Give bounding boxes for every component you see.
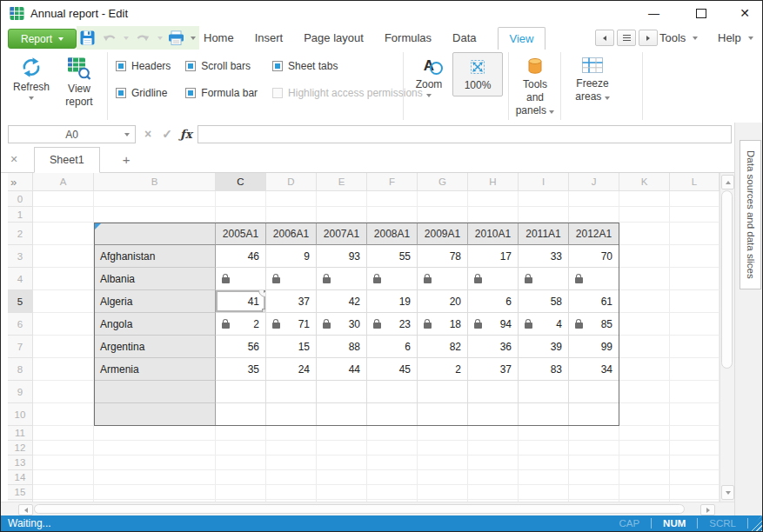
checkbox-icon[interactable] bbox=[116, 61, 126, 71]
table-empty-label-cell[interactable] bbox=[94, 381, 216, 403]
cell[interactable] bbox=[569, 441, 619, 456]
value-cell[interactable]: 46 bbox=[216, 245, 266, 268]
scroll-right-button[interactable] bbox=[700, 504, 715, 515]
cell[interactable] bbox=[619, 245, 670, 268]
cell[interactable] bbox=[619, 191, 670, 207]
scroll-tabs-right-button[interactable] bbox=[639, 30, 658, 46]
cell[interactable] bbox=[468, 485, 519, 500]
cell[interactable] bbox=[670, 290, 719, 313]
cell[interactable] bbox=[418, 456, 468, 470]
row-header-5[interactable]: 5 bbox=[8, 290, 33, 313]
cell[interactable] bbox=[33, 223, 94, 245]
cell[interactable] bbox=[619, 456, 670, 470]
cell[interactable] bbox=[33, 207, 94, 223]
column-header-f[interactable]: F bbox=[367, 173, 418, 191]
cell[interactable] bbox=[317, 470, 367, 485]
scroll-tabs-left-button[interactable] bbox=[595, 30, 614, 46]
cell-action-handle[interactable] bbox=[258, 290, 266, 297]
value-cell[interactable]: 2 bbox=[418, 358, 468, 381]
value-cell[interactable]: 34 bbox=[569, 358, 619, 381]
cell[interactable] bbox=[33, 426, 94, 441]
table-year-header[interactable]: 2012A1 bbox=[569, 223, 619, 245]
table-empty-cell[interactable] bbox=[569, 403, 619, 426]
table-year-header[interactable]: 2005A1 bbox=[216, 223, 266, 245]
cell[interactable] bbox=[670, 268, 719, 290]
tools-menu[interactable]: Tools bbox=[659, 26, 698, 50]
value-cell[interactable]: 37 bbox=[468, 358, 519, 381]
checkbox-highlight-access-permissions[interactable]: Highlight access permissions bbox=[272, 86, 423, 100]
cell[interactable] bbox=[317, 441, 367, 456]
cell[interactable] bbox=[569, 426, 619, 441]
value-cell[interactable] bbox=[266, 268, 317, 290]
resize-grip[interactable] bbox=[748, 515, 762, 531]
value-cell[interactable]: 23 bbox=[367, 313, 418, 336]
cell[interactable] bbox=[317, 426, 367, 441]
cell[interactable] bbox=[619, 403, 670, 426]
cell[interactable] bbox=[519, 426, 569, 441]
table-year-header[interactable]: 2009A1 bbox=[418, 223, 468, 245]
table-empty-cell[interactable] bbox=[216, 381, 266, 403]
value-cell[interactable] bbox=[418, 268, 468, 290]
report-menu-button[interactable]: Report bbox=[8, 29, 77, 49]
cell[interactable] bbox=[670, 456, 719, 470]
maximize-button[interactable] bbox=[686, 1, 716, 26]
column-header-c[interactable]: C bbox=[216, 173, 266, 191]
cell[interactable] bbox=[619, 268, 670, 290]
minimize-button[interactable]: — bbox=[639, 1, 668, 26]
value-cell[interactable]: 35 bbox=[216, 358, 266, 381]
fx-icon[interactable]: ƒx bbox=[178, 123, 194, 147]
cell[interactable] bbox=[94, 426, 216, 441]
cell[interactable] bbox=[569, 470, 619, 485]
value-cell[interactable] bbox=[569, 268, 619, 290]
value-cell[interactable]: 70 bbox=[569, 245, 619, 268]
table-empty-cell[interactable] bbox=[468, 381, 519, 403]
cell[interactable] bbox=[418, 191, 468, 207]
cell[interactable] bbox=[468, 207, 519, 223]
vertical-scrollbar[interactable] bbox=[719, 173, 734, 502]
value-cell[interactable]: 94 bbox=[468, 313, 519, 336]
value-cell[interactable]: 44 bbox=[317, 358, 367, 381]
vertical-scrollbar-thumb[interactable] bbox=[721, 190, 733, 369]
value-cell[interactable]: 24 bbox=[266, 358, 317, 381]
cell[interactable] bbox=[33, 268, 94, 290]
value-cell[interactable]: 37 bbox=[266, 290, 317, 313]
save-button[interactable] bbox=[77, 26, 98, 50]
value-cell[interactable]: 61 bbox=[569, 290, 619, 313]
table-empty-label-cell[interactable] bbox=[94, 403, 216, 426]
cell[interactable] bbox=[619, 426, 670, 441]
cell[interactable] bbox=[216, 470, 266, 485]
cell[interactable] bbox=[94, 191, 216, 207]
country-cell[interactable]: Argentina bbox=[94, 336, 216, 358]
cell[interactable] bbox=[367, 207, 418, 223]
value-cell[interactable]: 39 bbox=[519, 336, 569, 358]
cell[interactable] bbox=[33, 441, 94, 456]
value-cell[interactable]: 2 bbox=[216, 313, 266, 336]
table-empty-cell[interactable] bbox=[266, 381, 317, 403]
cell[interactable] bbox=[619, 470, 670, 485]
cell[interactable] bbox=[670, 223, 719, 245]
cell[interactable] bbox=[94, 485, 216, 500]
cell[interactable] bbox=[619, 207, 670, 223]
value-cell[interactable]: 9 bbox=[266, 245, 317, 268]
cell[interactable] bbox=[94, 441, 216, 456]
help-menu[interactable]: Help bbox=[718, 26, 753, 50]
cell[interactable] bbox=[33, 245, 94, 268]
cell[interactable] bbox=[33, 456, 94, 470]
column-header-g[interactable]: G bbox=[418, 173, 468, 191]
scroll-left-button[interactable] bbox=[18, 504, 33, 515]
view-report-button[interactable]: View report bbox=[55, 53, 104, 109]
cell[interactable] bbox=[317, 191, 367, 207]
print-button[interactable] bbox=[165, 26, 187, 50]
table-empty-cell[interactable] bbox=[519, 381, 569, 403]
cell[interactable] bbox=[33, 403, 94, 426]
cell[interactable] bbox=[670, 426, 719, 441]
column-header-l[interactable]: L bbox=[670, 173, 719, 191]
cell[interactable] bbox=[619, 290, 670, 313]
cell[interactable] bbox=[33, 358, 94, 381]
cell[interactable] bbox=[569, 485, 619, 500]
value-cell[interactable] bbox=[519, 268, 569, 290]
cell[interactable] bbox=[216, 426, 266, 441]
checkbox-formula-bar[interactable]: Formula bar bbox=[185, 86, 258, 100]
horizontal-scrollbar[interactable] bbox=[1, 502, 734, 515]
row-header-10[interactable]: 10 bbox=[8, 403, 33, 426]
